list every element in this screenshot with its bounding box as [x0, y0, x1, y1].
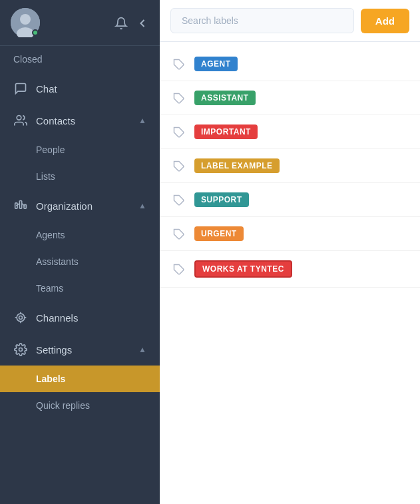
- settings-icon: [13, 343, 28, 356]
- sidebar-item-lists[interactable]: Lists: [0, 163, 160, 190]
- svg-point-15: [19, 348, 23, 352]
- label-row: SUPPORT: [160, 183, 420, 217]
- organization-chevron-icon: ▲: [138, 201, 146, 210]
- label-row: LABEL EXAMPLE: [160, 149, 420, 183]
- add-label-button[interactable]: Add: [361, 9, 409, 33]
- sidebar-item-channels[interactable]: Channels: [0, 302, 160, 334]
- channels-icon: [13, 311, 28, 324]
- label-row: IMPORTANT: [160, 115, 420, 149]
- contacts-chevron-icon: ▲: [138, 116, 146, 125]
- labels-list: AGENT ASSISTANT IMPORTANT: [160, 42, 420, 504]
- sidebar-item-organization[interactable]: Organization ▲: [0, 190, 160, 222]
- label-row: URGENT: [160, 217, 420, 251]
- svg-point-9: [19, 316, 23, 320]
- label-badge: AGENT: [194, 57, 238, 71]
- tag-icon: [173, 262, 185, 276]
- tag-icon: [173, 227, 185, 241]
- online-indicator: [32, 29, 39, 36]
- sidebar-item-teams[interactable]: Teams: [0, 275, 160, 302]
- notification-icon[interactable]: [114, 15, 128, 29]
- avatar[interactable]: [11, 8, 40, 37]
- label-badge: WORKS AT TYNTEC: [194, 260, 292, 278]
- settings-chevron-icon: ▲: [138, 345, 146, 354]
- svg-point-10: [17, 314, 25, 322]
- sidebar-item-people[interactable]: People: [0, 136, 160, 163]
- tag-icon: [173, 125, 185, 139]
- main-content: Add AGENT ASSISTANT: [160, 0, 420, 504]
- label-badge: URGENT: [194, 226, 244, 241]
- sidebar-item-chat[interactable]: Chat: [0, 73, 160, 105]
- search-input-container: [170, 8, 354, 33]
- contacts-icon: [13, 114, 28, 127]
- sidebar-item-agents[interactable]: Agents: [0, 222, 160, 248]
- sidebar-nav: Closed Chat Contacts ▲: [0, 46, 160, 504]
- label-row: WORKS AT TYNTEC: [160, 251, 420, 288]
- tag-icon: [173, 91, 185, 105]
- sidebar-item-closed[interactable]: Closed: [0, 46, 160, 73]
- label-badge: IMPORTANT: [194, 125, 258, 139]
- svg-point-3: [17, 116, 21, 121]
- sidebar-item-labels[interactable]: Labels: [0, 366, 160, 392]
- sidebar-header: [0, 0, 160, 46]
- svg-rect-5: [19, 201, 21, 209]
- header-icons: [114, 15, 149, 29]
- sidebar: Closed Chat Contacts ▲: [0, 0, 160, 504]
- sidebar-item-contacts[interactable]: Contacts ▲: [0, 105, 160, 136]
- label-badge: LABEL EXAMPLE: [194, 158, 280, 173]
- tag-icon: [173, 159, 185, 173]
- label-badge: SUPPORT: [194, 192, 249, 207]
- search-input[interactable]: [170, 8, 354, 33]
- sidebar-item-assistants[interactable]: Assistants: [0, 248, 160, 275]
- tag-icon: [173, 193, 185, 207]
- back-icon[interactable]: [136, 15, 149, 29]
- chat-icon: [13, 82, 28, 95]
- label-row: ASSISTANT: [160, 81, 420, 115]
- label-badge: ASSISTANT: [194, 91, 256, 105]
- svg-point-1: [20, 14, 31, 25]
- search-bar: Add: [160, 0, 420, 42]
- tag-icon: [173, 57, 185, 71]
- label-row: AGENT: [160, 47, 420, 81]
- organization-icon: [13, 199, 28, 212]
- sidebar-item-settings[interactable]: Settings ▲: [0, 334, 160, 366]
- sidebar-item-quick-replies[interactable]: Quick replies: [0, 392, 160, 419]
